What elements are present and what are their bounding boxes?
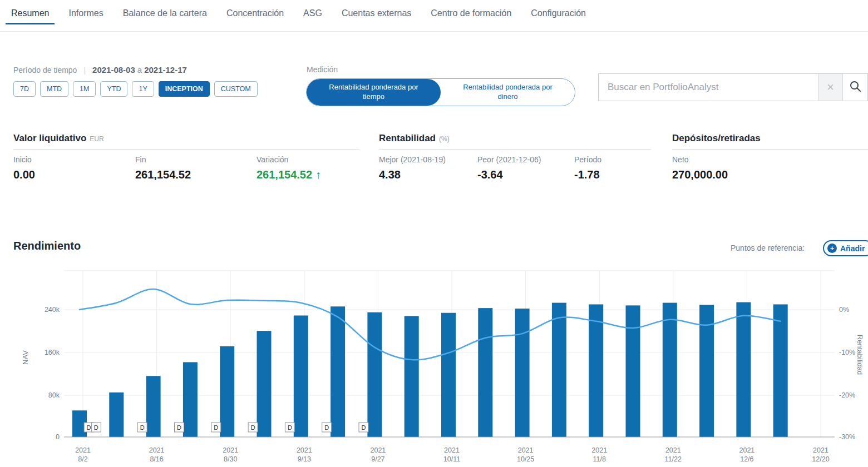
- tab-resumen[interactable]: Resumen: [6, 0, 55, 24]
- x-axis-label: 202110/25: [517, 446, 534, 463]
- date-conjunction: a: [135, 65, 144, 74]
- date-from: 2021-08-03: [92, 65, 135, 74]
- stat-section-valor-liquidativo: Valor liquidativoEURInicio0.00Fin261,154…: [13, 133, 359, 150]
- stat-section-title: Depósitos/retiradas: [672, 133, 761, 144]
- separator: |: [83, 66, 86, 74]
- tab-cuentas-externas[interactable]: Cuentas externas: [336, 0, 417, 24]
- performance-title: Rendimiento: [13, 240, 81, 252]
- svg-text:D: D: [140, 424, 145, 431]
- nav-bar[interactable]: [478, 308, 492, 437]
- left-axis-title: NAV: [21, 350, 29, 365]
- deposit-marker[interactable]: D: [175, 423, 184, 432]
- stat-item-label: Variación: [257, 155, 321, 164]
- x-axis-label: 202111/8: [591, 446, 607, 463]
- nav-bar[interactable]: [663, 303, 677, 437]
- period-button-inception[interactable]: INCEPTION: [159, 81, 210, 97]
- period-button-ytd[interactable]: YTD: [100, 81, 127, 97]
- deposit-marker[interactable]: D: [322, 423, 332, 432]
- stat-item-value: -1.78: [574, 168, 601, 181]
- nav-bar[interactable]: [515, 309, 530, 437]
- stat-item-label: Mejor (2021-08-19): [379, 155, 446, 164]
- x-axis-label: 202112/6: [739, 446, 754, 463]
- deposit-marker[interactable]: D: [91, 423, 101, 432]
- deposit-marker[interactable]: D: [137, 423, 147, 432]
- clear-search-icon[interactable]: ×: [818, 74, 843, 101]
- measurement-option-money-weighted[interactable]: Rentabilidad ponderada por dinero: [441, 79, 575, 106]
- tab-balance-de-la-cartera[interactable]: Balance de la cartera: [117, 0, 213, 24]
- measurement-option-time-weighted[interactable]: Rentabilidad ponderada por tiempo: [307, 79, 441, 106]
- stat-item-label: Neto: [672, 155, 728, 164]
- top-navigation: ResumenInformesBalance de la carteraConc…: [0, 0, 868, 32]
- nav-bar[interactable]: [736, 302, 751, 437]
- nav-bar[interactable]: [405, 316, 419, 437]
- period-button-mtd[interactable]: MTD: [40, 81, 68, 97]
- period-button-1m[interactable]: 1M: [73, 81, 96, 97]
- stat-section-depósitos-retiradas: Depósitos/retiradasNeto270,000.00: [672, 133, 868, 150]
- stat-item-neto: Neto270,000.00: [672, 155, 728, 181]
- x-axis-label: 20218/30: [223, 446, 238, 463]
- date-range: 2021-08-03a2021-12-17: [92, 65, 187, 74]
- nav-bar[interactable]: [441, 313, 456, 437]
- stat-item-variación: Variación261,154.52↑: [257, 155, 321, 181]
- period-button-group: 7DMTD1MYTD1YINCEPTIONCUSTOM: [13, 81, 258, 97]
- stat-item-value: 270,000.00: [672, 168, 728, 181]
- period-button-1y[interactable]: 1Y: [132, 81, 154, 97]
- stat-item-value: 261,154.52: [135, 168, 191, 181]
- deposit-marker[interactable]: D: [285, 423, 294, 432]
- nav-bar[interactable]: [109, 393, 124, 437]
- svg-text:D: D: [362, 424, 366, 431]
- plus-circle-icon: +: [827, 244, 837, 253]
- x-axis-label: 20218/2: [75, 446, 91, 463]
- nav-bar[interactable]: [183, 362, 198, 437]
- svg-text:D: D: [87, 424, 91, 431]
- left-axis-tick: 160k: [45, 349, 60, 356]
- stat-item-fin: Fin261,154.52: [135, 155, 191, 181]
- nav-bar[interactable]: [589, 304, 603, 437]
- tab-centro-de-formación[interactable]: Centro de formación: [425, 0, 517, 24]
- x-axis-label: 20219/27: [370, 446, 386, 463]
- nav-bar[interactable]: [146, 376, 161, 437]
- measurement-toggle: Rentabilidad ponderada por tiempoRentabi…: [306, 78, 575, 106]
- tab-concentración[interactable]: Concentración: [221, 0, 289, 24]
- tab-configuración[interactable]: Configuración: [525, 0, 591, 24]
- nav-bar[interactable]: [257, 331, 272, 437]
- nav-bar[interactable]: [220, 346, 234, 437]
- search-button[interactable]: [843, 74, 867, 101]
- stat-section-rentabilidad: Rentabilidad(%)Mejor (2021-08-19)4.38Peo…: [379, 133, 651, 150]
- x-axis-label: 202110/11: [443, 446, 460, 463]
- stat-item-value: 0.00: [13, 168, 35, 181]
- magnifier-icon: [849, 80, 861, 95]
- tab-informes[interactable]: Informes: [63, 0, 108, 24]
- stat-item-período: Período-1.78: [574, 155, 601, 181]
- nav-bar[interactable]: [552, 303, 566, 437]
- x-axis-label: 20219/13: [297, 446, 312, 463]
- add-reference-button[interactable]: + Añadir: [823, 240, 868, 256]
- svg-text:D: D: [177, 424, 181, 431]
- svg-text:D: D: [324, 424, 329, 431]
- x-axis-label: 20218/16: [149, 446, 165, 463]
- deposit-marker[interactable]: D: [211, 423, 221, 432]
- stat-item-label: Peor (2021-12-06): [477, 155, 541, 164]
- nav-bar[interactable]: [331, 306, 345, 437]
- stat-item-mejor-2021-08-19-: Mejor (2021-08-19)4.38: [379, 155, 446, 181]
- performance-chart[interactable]: DDDDDDDDD240k160k80k00%-10%-20%-30%20218…: [0, 266, 868, 467]
- nav-bar[interactable]: [773, 304, 788, 437]
- tab-asg[interactable]: ASG: [298, 0, 328, 24]
- stat-item-peor-2021-12-06-: Peor (2021-12-06)-3.64: [477, 155, 541, 181]
- time-period-row: Período de tiempo | 2021-08-03a2021-12-1…: [13, 65, 187, 74]
- deposit-marker[interactable]: D: [359, 423, 368, 432]
- nav-bar[interactable]: [367, 312, 382, 437]
- nav-bar[interactable]: [626, 305, 640, 437]
- period-button-7d[interactable]: 7D: [13, 81, 36, 97]
- search-input[interactable]: [599, 74, 818, 101]
- nav-bar[interactable]: [294, 315, 308, 437]
- x-axis-label: 202111/22: [665, 446, 682, 463]
- period-button-custom[interactable]: CUSTOM: [214, 81, 258, 97]
- deposit-marker[interactable]: D: [248, 423, 258, 432]
- right-axis-tick: -10%: [839, 349, 855, 356]
- reference-points-label: Puntos de referencia:: [731, 244, 805, 252]
- left-axis-tick: 0: [56, 433, 60, 441]
- stat-item-value: 261,154.52↑: [257, 168, 321, 181]
- stat-section-unit: EUR: [90, 135, 103, 143]
- search-bar: ×: [598, 73, 868, 101]
